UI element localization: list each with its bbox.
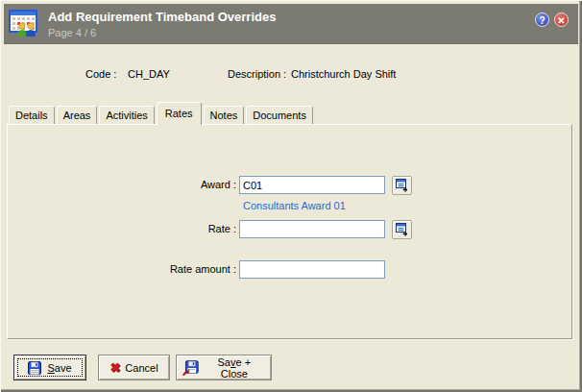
award-lookup-button[interactable] bbox=[392, 176, 412, 195]
tab-notes[interactable]: Notes bbox=[204, 106, 245, 125]
page-title: Add Requirement Timeband Overrides bbox=[48, 10, 276, 24]
tab-activities[interactable]: Activities bbox=[99, 106, 154, 125]
red-x-icon: ✖ bbox=[109, 361, 120, 374]
help-icon[interactable]: ? bbox=[535, 12, 549, 27]
rate-input[interactable] bbox=[239, 220, 385, 238]
rates-tab-panel: Award : Consultants Award 01 Rate : Ra bbox=[7, 124, 572, 339]
rate-label: Rate : bbox=[97, 223, 236, 234]
lookup-list-icon bbox=[396, 223, 409, 236]
save-close-button[interactable]: Save + Close bbox=[176, 355, 272, 380]
description-value: Christchurch Day Shift bbox=[291, 68, 396, 80]
award-label: Award : bbox=[97, 179, 236, 190]
code-label: Code : bbox=[85, 68, 116, 80]
save-close-button-label: Save + Close bbox=[204, 356, 265, 380]
dialog-window: Add Requirement Timeband Overrides Page … bbox=[0, 0, 582, 392]
floppy-disk-arrow-icon bbox=[182, 360, 199, 376]
tab-rates[interactable]: Rates bbox=[157, 102, 202, 125]
calendar-people-icon bbox=[9, 10, 39, 38]
tab-details[interactable]: Details bbox=[9, 106, 55, 125]
cancel-button[interactable]: ✖ Cancel bbox=[98, 355, 170, 380]
code-value: CH_DAY bbox=[128, 68, 170, 80]
award-description-text: Consultants Award 01 bbox=[243, 200, 346, 211]
cancel-button-label: Cancel bbox=[125, 362, 158, 374]
title-bar: Add Requirement Timeband Overrides Page … bbox=[4, 4, 578, 44]
rate-amount-input[interactable] bbox=[239, 260, 385, 279]
floppy-disk-icon bbox=[28, 361, 42, 375]
save-button[interactable]: Save bbox=[13, 355, 86, 380]
tab-documents[interactable]: Documents bbox=[246, 106, 313, 125]
save-button-label: Save bbox=[47, 362, 71, 374]
award-input[interactable] bbox=[239, 176, 385, 194]
rate-amount-label: Rate amount : bbox=[97, 263, 236, 275]
lookup-list-icon bbox=[396, 179, 409, 192]
description-label: Description : bbox=[228, 68, 286, 80]
tab-strip: Details Areas Activities Rates Notes Doc… bbox=[9, 103, 313, 125]
rate-lookup-button[interactable] bbox=[392, 220, 412, 239]
tab-areas[interactable]: Areas bbox=[57, 106, 98, 125]
page-step-indicator: Page 4 / 6 bbox=[48, 27, 96, 38]
close-icon[interactable]: ✕ bbox=[554, 12, 569, 27]
